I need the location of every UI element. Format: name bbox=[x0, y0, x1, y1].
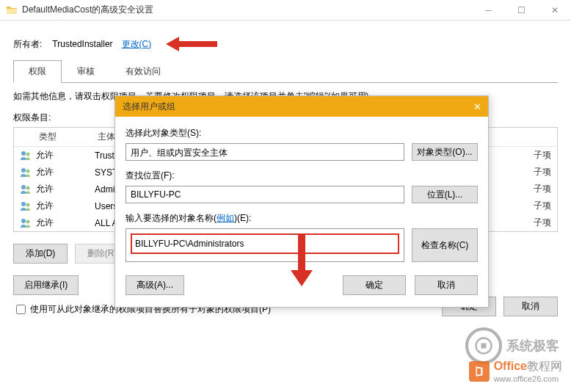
watermark-office-a: Office bbox=[494, 360, 527, 372]
object-name-label-pre: 输入要选择的对象名称( bbox=[126, 213, 217, 223]
object-name-highlight bbox=[131, 233, 399, 254]
modal-title: 选择用户或组 bbox=[123, 101, 481, 113]
header-type[interactable]: 类型 bbox=[39, 131, 98, 143]
svg-point-7 bbox=[26, 203, 30, 206]
add-button[interactable]: 添加(D) bbox=[13, 244, 68, 264]
location-row: BILLYFU-PC 位置(L)... bbox=[126, 186, 478, 203]
row-tail: 子项 bbox=[534, 183, 551, 195]
principal-icon bbox=[20, 184, 32, 195]
watermark-office-text: Office教程网 www.office26.com bbox=[494, 359, 562, 383]
cancel-button[interactable]: 取消 bbox=[503, 297, 558, 316]
locations-button[interactable]: 位置(L)... bbox=[412, 186, 478, 203]
svg-point-8 bbox=[21, 219, 26, 223]
object-type-field: 用户、组或内置安全主体 bbox=[126, 143, 404, 161]
object-name-input[interactable] bbox=[132, 236, 398, 252]
row-type: 允许 bbox=[36, 166, 95, 178]
owner-row: 所有者: TrustedInstaller 更改(C) bbox=[13, 35, 558, 53]
svg-point-6 bbox=[21, 202, 26, 206]
red-arrow-down-icon bbox=[291, 235, 313, 286]
check-names-button[interactable]: 检查名称(C) bbox=[412, 228, 478, 262]
object-name-box bbox=[126, 228, 404, 262]
tab-effective[interactable]: 有效访问 bbox=[110, 60, 176, 83]
window-buttons: ─ ☐ ✕ bbox=[472, 0, 571, 21]
modal-titlebar: 选择用户或组 ✕ bbox=[115, 96, 488, 117]
office-logo-icon bbox=[469, 361, 490, 382]
object-name-label: 输入要选择的对象名称(例如)(E): bbox=[126, 212, 478, 225]
enable-inherit-button[interactable]: 启用继承(I) bbox=[13, 275, 79, 295]
svg-point-2 bbox=[21, 168, 26, 173]
svg-rect-11 bbox=[481, 344, 487, 349]
red-arrow-icon bbox=[166, 35, 217, 53]
row-type: 允许 bbox=[36, 217, 95, 229]
watermark-office: Office教程网 www.office26.com bbox=[469, 359, 562, 383]
row-type: 允许 bbox=[36, 200, 95, 212]
change-owner-link[interactable]: 更改(C) bbox=[122, 38, 152, 51]
object-type-label: 选择此对象类型(S): bbox=[126, 127, 478, 139]
window-titlebar: DefaultMediaCost的高级安全设置 ─ ☐ ✕ bbox=[0, 0, 571, 21]
window-title: DefaultMediaCost的高级安全设置 bbox=[22, 4, 472, 16]
location-label: 查找位置(F): bbox=[126, 170, 478, 182]
tab-permissions[interactable]: 权限 bbox=[13, 60, 62, 83]
row-type: 允许 bbox=[36, 183, 95, 195]
svg-point-9 bbox=[26, 219, 30, 223]
svg-point-0 bbox=[21, 151, 26, 156]
object-types-button[interactable]: 对象类型(O)... bbox=[412, 143, 478, 161]
row-tail: 子项 bbox=[534, 166, 551, 178]
modal-close-button[interactable]: ✕ bbox=[469, 99, 485, 114]
maximize-button[interactable]: ☐ bbox=[505, 0, 538, 21]
principal-icon bbox=[20, 150, 32, 161]
row-tail: 子项 bbox=[534, 200, 551, 212]
svg-point-1 bbox=[26, 152, 30, 156]
minimize-button[interactable]: ─ bbox=[472, 0, 505, 21]
owner-value: TrustedInstaller bbox=[52, 39, 112, 49]
watermark-office-b: 教程网 bbox=[527, 360, 562, 372]
folder-icon bbox=[6, 4, 18, 16]
tabs: 权限 审核 有效访问 bbox=[13, 60, 558, 83]
owner-label: 所有者: bbox=[13, 38, 42, 51]
close-button[interactable]: ✕ bbox=[538, 0, 571, 21]
modal-ok-button[interactable]: 确定 bbox=[343, 275, 406, 295]
row-tail: 子项 bbox=[534, 217, 551, 229]
row-type: 允许 bbox=[36, 149, 95, 161]
modal-cancel-button[interactable]: 取消 bbox=[415, 275, 478, 295]
watermark-office-url: www.office26.com bbox=[494, 374, 562, 383]
watermark-text: 系统极客 bbox=[506, 337, 559, 355]
svg-point-4 bbox=[21, 185, 26, 189]
principal-icon bbox=[20, 218, 32, 228]
examples-link[interactable]: 例如 bbox=[217, 213, 234, 223]
location-field: BILLYFU-PC bbox=[126, 186, 404, 203]
advanced-button[interactable]: 高级(A)... bbox=[126, 275, 184, 295]
object-type-row: 用户、组或内置安全主体 对象类型(O)... bbox=[126, 143, 478, 161]
tab-auditing[interactable]: 审核 bbox=[62, 60, 110, 83]
object-name-label-post: )(E): bbox=[234, 213, 251, 223]
principal-icon bbox=[20, 167, 32, 178]
principal-icon bbox=[20, 201, 32, 211]
svg-point-3 bbox=[26, 169, 30, 173]
replace-child-checkbox[interactable] bbox=[16, 305, 26, 314]
svg-point-5 bbox=[26, 186, 30, 189]
row-tail: 子项 bbox=[534, 149, 551, 161]
